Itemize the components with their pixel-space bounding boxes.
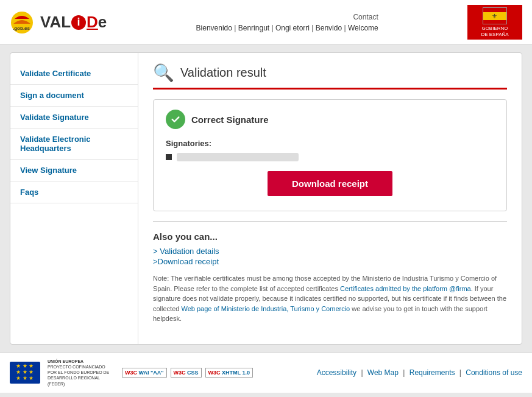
also-links: > Validation details >Download receipt: [153, 247, 507, 266]
correct-signature-label: Correct Signature: [191, 114, 269, 125]
sidebar: Validate Certificate Sign a document Val…: [10, 53, 138, 344]
footer-right: Accessibility | Web Map | Requirements |…: [317, 368, 522, 377]
accessibility-link[interactable]: Accessibility: [317, 368, 356, 377]
correct-sig-row: Correct Signature: [166, 110, 494, 129]
lang-benvido[interactable]: Benvido: [316, 24, 342, 32]
download-receipt-link[interactable]: >Download receipt: [153, 257, 507, 266]
eu-project: PROYECTO COFINANCIADO POR EL FONDO EUROP…: [48, 364, 115, 386]
sep1: |: [361, 368, 364, 377]
xhtml-level: XHTML 1.0: [222, 370, 250, 376]
ministerio-link[interactable]: Web page of Ministerio de Industria, Tur…: [181, 305, 350, 312]
footer-left: ★ ★ ★★ ★ ★★ ★ ★ UNIÓN EUROPEA PROYECTO C…: [10, 359, 253, 386]
faqs-link[interactable]: Faqs: [20, 188, 38, 197]
header-nav: Contact Bienvenido | Benringut | Ongi et…: [196, 13, 378, 32]
sidebar-item-view-signature[interactable]: View Signature: [10, 160, 138, 181]
css-level: CSS: [187, 370, 199, 376]
title-row: 🔍 Validation result: [153, 63, 507, 83]
valide-logo: VALiDe: [40, 13, 107, 32]
requirements-link[interactable]: Requirements: [410, 368, 455, 377]
content-box: Validate Certificate Sign a document Val…: [10, 52, 522, 345]
eu-flag: ★ ★ ★★ ★ ★★ ★ ★: [10, 362, 40, 384]
also-title: Also you can...: [153, 231, 507, 242]
gobierno-espana-badge: ⚜ GOBIERNO DE ESPAÑA: [467, 5, 522, 40]
eu-stars: ★ ★ ★★ ★ ★★ ★ ★: [16, 364, 34, 382]
conditions-link[interactable]: Conditions of use: [466, 368, 522, 377]
w3c-xhtml-badge: W3C XHTML 1.0: [205, 368, 253, 378]
note-text: Note: The verifiable certificates must b…: [153, 273, 507, 324]
validation-details-link[interactable]: > Validation details: [153, 247, 507, 256]
w3c-prefix-xhtml: W3C: [208, 370, 221, 376]
validate-signature-link[interactable]: Validate Signature: [20, 113, 89, 122]
main-wrapper: Validate Certificate Sign a document Val…: [0, 45, 532, 352]
validate-hq-link[interactable]: Validate Electronic Headquarters: [20, 135, 91, 153]
result-box: Correct Signature Signatories: Download …: [153, 99, 507, 211]
page-title: Validation result: [180, 66, 266, 80]
logo-area: .gob.es VALiDe: [10, 10, 107, 35]
sidebar-item-sign-document[interactable]: Sign a document: [10, 85, 138, 107]
gobierno-text: GOBIERNO DE ESPAÑA: [481, 26, 508, 37]
spain-flag: ⚜: [483, 7, 507, 24]
lang-bienvenido[interactable]: Bienvenido: [196, 24, 232, 32]
sidebar-item-faqs[interactable]: Faqs: [10, 181, 138, 203]
signatories-label: Signatories:: [166, 139, 494, 148]
sep2: |: [403, 368, 406, 377]
webmap-link[interactable]: Web Map: [367, 368, 399, 377]
header-langs: Bienvenido | Benringut | Ongi etorri | B…: [196, 24, 378, 32]
also-section: Also you can... > Validation details >Do…: [153, 231, 507, 266]
download-btn-row: Download receipt: [166, 171, 494, 196]
eu-text: UNIÓN EUROPEA PROYECTO COFINANCIADO POR …: [48, 359, 115, 386]
view-signature-link[interactable]: View Signature: [20, 166, 77, 175]
signatory-row: [166, 153, 494, 161]
w3c-css-badge: W3C CSS: [171, 368, 202, 378]
afirma-link[interactable]: Certificates admitted by the platform @f…: [340, 285, 471, 292]
download-receipt-button[interactable]: Download receipt: [268, 171, 392, 196]
eu-label: UNIÓN EUROPEA: [48, 359, 115, 364]
footer: ★ ★ ★★ ★ ★★ ★ ★ UNIÓN EUROPEA PROYECTO C…: [0, 352, 532, 392]
lang-benringut[interactable]: Benringut: [238, 24, 269, 32]
signatory-name-blurred: [177, 153, 299, 161]
sidebar-item-validate-certificate[interactable]: Validate Certificate: [10, 63, 138, 85]
sidebar-item-validate-signature[interactable]: Validate Signature: [10, 107, 138, 128]
contact-label[interactable]: Contact: [196, 13, 378, 21]
section-divider: [153, 221, 507, 222]
w3c-badges: W3C WAI "AA" W3C CSS W3C XHTML 1.0: [122, 368, 253, 378]
red-divider: [153, 88, 507, 90]
sidebar-item-validate-hq[interactable]: Validate Electronic Headquarters: [10, 128, 138, 160]
w3c-prefix: W3C: [125, 370, 137, 376]
w3c-wai-badge: W3C WAI "AA": [122, 368, 167, 378]
w3c-prefix-css: W3C: [174, 370, 186, 376]
lang-welcome[interactable]: Welcome: [348, 24, 378, 32]
lang-ongi[interactable]: Ongi etorri: [275, 24, 310, 32]
wai-level: WAI "AA": [139, 370, 164, 376]
header: .gob.es VALiDe Contact Bienvenido | Benr…: [0, 0, 532, 45]
sign-document-link[interactable]: Sign a document: [20, 91, 84, 100]
svg-text:.gob.es: .gob.es: [13, 26, 30, 31]
gob-logo: .gob.es: [10, 10, 34, 35]
stamp-icon: 🔍: [153, 63, 174, 83]
signatory-bullet: [166, 154, 172, 160]
check-icon: [166, 110, 185, 129]
main-content: 🔍 Validation result Correct Signature Si…: [138, 53, 522, 344]
validate-certificate-link[interactable]: Validate Certificate: [20, 69, 91, 78]
sep3: |: [459, 368, 463, 377]
